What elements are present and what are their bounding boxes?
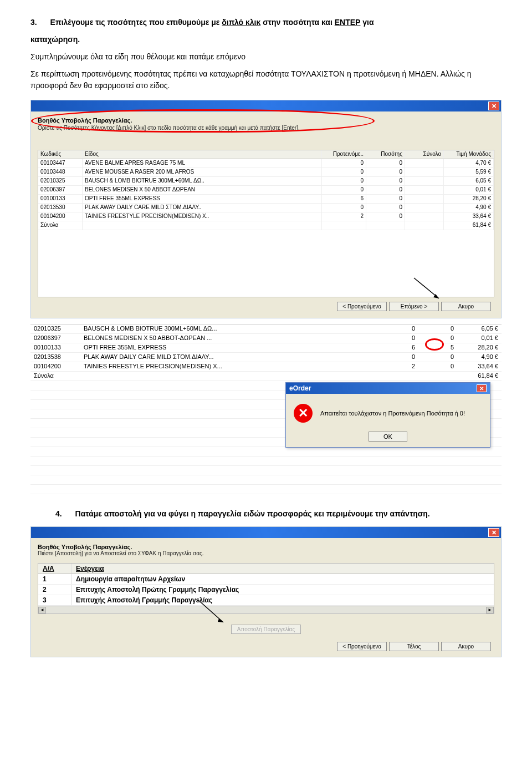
error-icon: ✕ (294, 404, 313, 423)
arrow-annotation (193, 597, 232, 628)
wizard2-buttons: < Προηγούμενο Τέλος Ακυρο (38, 637, 494, 653)
table-row[interactable]: 02013538PLAK AWAY DAILY CARE MILD ΣΤΟΜ.Δ… (30, 353, 502, 362)
grid-header: Κωδικός Είδος Προτεινόμε.. Ποσότης Σύνολ… (38, 150, 494, 159)
step3-line2: καταχώρηση. (30, 34, 502, 45)
prev-button[interactable]: < Προηγούμενο (337, 642, 387, 651)
table-row[interactable]: 00103447AVENE BALME APRES RASAGE 75 ML00… (38, 159, 494, 168)
step3-num: 3. (30, 18, 37, 27)
step3-body1: Συμπληρώνουμε όλα τα είδη που θέλουμε κα… (30, 51, 502, 63)
dialog-titlebar: eOrder ✕ (286, 383, 490, 394)
close-icon[interactable]: ✕ (488, 528, 499, 537)
table-row[interactable]: 02013530PLAK AWAY DAILY CARE MILD ΣΤΟΜ.Δ… (38, 204, 494, 212)
action-row: 1Δημιουργία απαραίτητων Αρχείων (38, 574, 494, 585)
wizard-window-2: ✕ Βοηθός Υποβολής Παραγγελίας. Πιέστε [Α… (30, 526, 502, 657)
error-dialog: eOrder ✕ ✕ Απαιτείται τουλάχιστον η Προτ… (285, 382, 490, 448)
ok-button[interactable]: OK (369, 432, 407, 442)
table-row[interactable]: 00100133OPTI FREE 355ML EXPRESS6028,20 € (38, 195, 494, 204)
table-row[interactable]: 02006397BELONES MEDISEN X 50 ABBOT ΔΩΡΕΑ… (38, 186, 494, 195)
next-button[interactable]: Επόμενο > (389, 302, 439, 311)
action-row: 3Επιτυχής Αποστολή Γραμμής Παραγγελίας (38, 595, 494, 606)
prev-button[interactable]: < Προηγούμενο (337, 302, 387, 311)
step3-body2: Σε περίπτωση προτεινόμενης ποσότητας πρέ… (30, 68, 502, 92)
table-row[interactable]: 00104200TAINIES FREESTYLE PRECISION(MEDI… (30, 362, 502, 372)
grid2-totals: Σύνολα 61,84 € (30, 372, 502, 381)
cancel-button[interactable]: Ακυρο (441, 302, 491, 311)
step4-text: 4. Πατάμε αποστολή για να φύγει η παραγγ… (55, 508, 502, 520)
svg-line-2 (198, 600, 223, 622)
table-row[interactable]: 02010325BAUSCH & LOMB BIOTRUE 300ML+60ML… (38, 177, 494, 186)
close-icon[interactable]: ✕ (488, 102, 499, 110)
arrow-annotation (411, 275, 444, 303)
cancel-button[interactable]: Ακυρο (441, 642, 491, 651)
wizard2-subtitle: Πιέστε [Αποστολή] για να Αποσταλεί στο Σ… (38, 550, 494, 556)
table-row[interactable]: 00103448AVENE MOUSSE A RASER 200 ML AFRO… (38, 168, 494, 177)
annotation-circle-2 (425, 338, 444, 351)
send-button[interactable]: Αποστολή Παραγγελίας (231, 625, 301, 634)
actions-header: A/A Ενέργεια (38, 564, 494, 574)
table-row[interactable]: 00104200TAINIES FREESTYLE PRECISION(MEDI… (38, 212, 494, 221)
finish-button[interactable]: Τέλος (389, 642, 439, 651)
titlebar: ✕ (31, 527, 501, 538)
wizard2-title: Βοηθός Υποβολής Παραγγελίας. (38, 544, 494, 550)
scroll-right-icon[interactable]: ► (486, 607, 494, 613)
wizard-window-1: ✕ Βοηθός Υποβολής Παραγγελίας. Ορίστε τι… (30, 100, 502, 318)
close-icon[interactable]: ✕ (477, 384, 487, 392)
table-row[interactable]: 02010325BAUSCH & LOMB BIOTRUE 300ML+60ML… (30, 324, 502, 334)
annotation-circle (31, 109, 375, 133)
svg-marker-3 (218, 618, 223, 622)
grid-totals: Σύνολα 61,84 € (38, 221, 494, 230)
dialog-message: Απαιτείται τουλάχιστον η Προτεινόμενη Πο… (320, 410, 465, 417)
action-row: 2Επιτυχής Αποστολή Πρώτης Γραμμής Παραγγ… (38, 585, 494, 595)
scrollbar[interactable]: ◄ ► (38, 606, 494, 613)
scroll-left-icon[interactable]: ◄ (38, 607, 46, 613)
step3-heading: 3. Επιλέγουμε τις ποσότητες που επιθυμού… (30, 17, 502, 28)
actions-grid: A/A Ενέργεια 1Δημιουργία απαραίτητων Αρχ… (38, 563, 494, 614)
lower-section: 02010325BAUSCH & LOMB BIOTRUE 300ML+60ML… (30, 324, 502, 494)
